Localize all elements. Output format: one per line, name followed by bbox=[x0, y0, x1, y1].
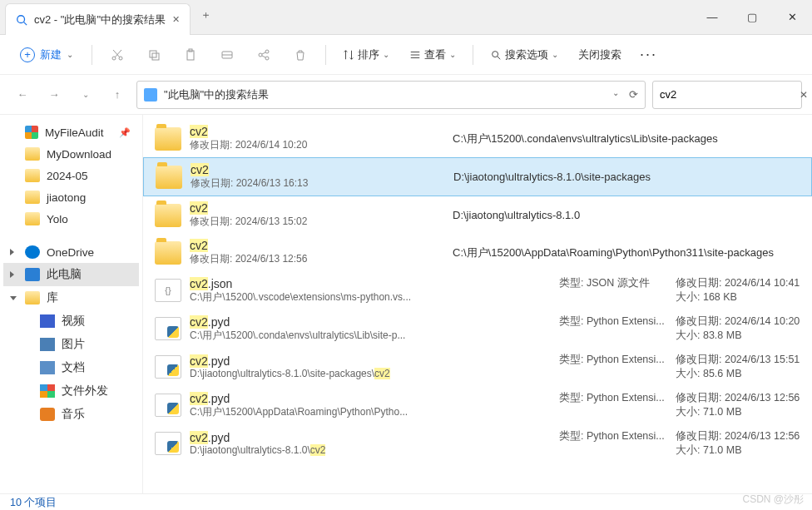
sidebar-item-music[interactable]: 音乐 bbox=[3, 403, 139, 426]
sidebar-item-thispc[interactable]: 此电脑 bbox=[3, 263, 139, 286]
result-name: cv2 bbox=[191, 163, 440, 176]
navbar: ← → ⌄ ↑ "此电脑"中的搜索结果 ⌄ ⟳ ✕ bbox=[0, 75, 812, 115]
chevron-down-icon: ⌄ bbox=[383, 50, 389, 59]
toolbar: + 新建 ⌄ 排序 ⌄ 查看 ⌄ 搜索选项 ⌄ 关闭搜索 ··· bbox=[0, 35, 812, 75]
sidebar-item-doc[interactable]: 文档 bbox=[3, 356, 139, 379]
cut-button[interactable] bbox=[101, 38, 134, 72]
svg-point-0 bbox=[17, 15, 25, 22]
ext-icon bbox=[40, 384, 55, 398]
forward-button[interactable]: → bbox=[42, 82, 67, 107]
search-icon bbox=[16, 14, 27, 26]
result-row[interactable]: cv2修改日期: 2024/6/14 10:20C:\用户\15200\.con… bbox=[143, 120, 812, 157]
result-subtext: 修改日期: 2024/6/14 10:20 bbox=[190, 138, 439, 152]
sort-icon bbox=[343, 49, 354, 61]
folder-icon bbox=[155, 241, 181, 265]
close-search-button[interactable]: 关闭搜索 bbox=[570, 42, 630, 67]
folder-icon bbox=[25, 147, 40, 161]
new-button[interactable]: + 新建 ⌄ bbox=[10, 42, 83, 67]
sidebar-item-onedrive[interactable]: OneDrive bbox=[3, 241, 139, 263]
result-main: cv2.pydC:\用户\15200\.conda\envs\ultralyti… bbox=[190, 315, 439, 343]
python-file-icon bbox=[155, 317, 181, 340]
result-meta: 类型: Python Extensi...修改日期: 2024/6/13 15:… bbox=[559, 353, 800, 381]
music-icon bbox=[40, 408, 55, 421]
python-file-icon bbox=[155, 432, 181, 455]
result-row[interactable]: cv2.pydC:\用户\15200\AppData\Roaming\Pytho… bbox=[143, 386, 812, 424]
result-row[interactable]: cv2修改日期: 2024/6/13 12:56C:\用户\15200\AppD… bbox=[143, 234, 812, 271]
close-icon[interactable]: ✕ bbox=[172, 14, 180, 25]
share-button[interactable] bbox=[247, 38, 280, 72]
result-main: cv2修改日期: 2024/6/13 12:56 bbox=[190, 239, 439, 266]
result-name: cv2 bbox=[190, 125, 439, 138]
close-button[interactable]: ✕ bbox=[772, 0, 812, 33]
result-stats: 修改日期: 2024/6/14 10:41大小: 168 KB bbox=[676, 276, 800, 305]
result-row[interactable]: cv2.jsonC:\用户\15200\.vscode\extensions\m… bbox=[143, 271, 812, 309]
refresh-button[interactable]: ⟳ bbox=[629, 88, 638, 101]
search-box[interactable]: ✕ bbox=[652, 81, 802, 109]
chevron-down-icon[interactable]: ⌄ bbox=[612, 88, 619, 101]
sidebar-item-image[interactable]: 图片 bbox=[3, 333, 139, 356]
result-path: C:\用户\15200\.conda\envs\ultralytics\Lib\… bbox=[448, 131, 800, 146]
up-button[interactable]: ↑ bbox=[105, 82, 130, 107]
sidebar-item-download[interactable]: MyDownload bbox=[3, 143, 139, 165]
result-row[interactable]: cv2.pydC:\用户\15200\.conda\envs\ultralyti… bbox=[143, 309, 812, 348]
audit-icon bbox=[25, 126, 38, 139]
folder-icon bbox=[25, 191, 40, 204]
result-name: cv2.pyd bbox=[190, 354, 439, 368]
svg-line-1 bbox=[24, 22, 27, 25]
new-tab-button[interactable]: ＋ bbox=[191, 0, 220, 30]
tab-active[interactable]: cv2 - "此电脑"中的搜索结果 ✕ bbox=[5, 3, 191, 35]
result-row[interactable]: cv2.pydD:\jiaotong\ultralytics-8.1.0\sit… bbox=[143, 348, 812, 386]
result-meta: 类型: Python Extensi...修改日期: 2024/6/13 12:… bbox=[559, 429, 800, 458]
clear-icon[interactable]: ✕ bbox=[800, 89, 808, 101]
svg-rect-6 bbox=[187, 51, 194, 60]
separator bbox=[92, 45, 92, 65]
result-name: cv2 bbox=[190, 201, 439, 215]
rename-button[interactable] bbox=[210, 38, 244, 72]
result-stats: 修改日期: 2024/6/14 10:20大小: 83.8 MB bbox=[676, 314, 800, 343]
item-count: 10 个项目 bbox=[10, 496, 57, 510]
svg-point-12 bbox=[265, 57, 269, 60]
search-options-button[interactable]: 搜索选项 ⌄ bbox=[482, 42, 567, 67]
result-subtext: C:\用户\15200\AppData\Roaming\Python\Pytho… bbox=[190, 405, 439, 419]
pc-icon bbox=[25, 268, 40, 281]
sidebar-item-fileext[interactable]: 文件外发 bbox=[3, 379, 139, 403]
minimize-button[interactable]: ― bbox=[692, 0, 732, 33]
result-name: cv2.json bbox=[190, 277, 439, 290]
result-type: 类型: Python Extensi... bbox=[559, 391, 676, 419]
results-list: cv2修改日期: 2024/6/14 10:20C:\用户\15200\.con… bbox=[143, 115, 812, 493]
result-row[interactable]: cv2.pydD:\jiaotong\ultralytics-8.1.0\cv2… bbox=[143, 424, 812, 463]
chevron-down-icon: ⌄ bbox=[67, 50, 73, 59]
svg-point-13 bbox=[493, 51, 498, 57]
more-button[interactable]: ··· bbox=[633, 46, 664, 63]
json-file-icon bbox=[155, 279, 181, 302]
view-button[interactable]: 查看 ⌄ bbox=[401, 42, 464, 67]
result-stats: 修改日期: 2024/6/13 12:56大小: 71.0 MB bbox=[676, 391, 800, 419]
paste-button[interactable] bbox=[174, 38, 207, 72]
sidebar-item-video[interactable]: 视频 bbox=[3, 309, 139, 333]
sidebar-item-lib[interactable]: 库 bbox=[3, 286, 139, 309]
sidebar-item-yolo[interactable]: Yolo bbox=[3, 208, 139, 230]
result-subtext: C:\用户\15200\.conda\envs\ultralytics\Lib\… bbox=[190, 329, 439, 343]
folder-icon bbox=[156, 166, 182, 189]
sidebar-item-jiaotong[interactable]: jiaotong bbox=[3, 186, 139, 208]
sort-button[interactable]: 排序 ⌄ bbox=[334, 42, 398, 67]
result-row[interactable]: cv2修改日期: 2024/6/13 15:02D:\jiaotong\ultr… bbox=[143, 196, 812, 234]
pin-icon: 📌 bbox=[119, 127, 131, 138]
window-controls: ― ▢ ✕ bbox=[692, 0, 812, 33]
sidebar-item-month[interactable]: 2024-05 bbox=[3, 165, 139, 186]
back-button[interactable]: ← bbox=[10, 82, 35, 107]
search-input[interactable] bbox=[660, 88, 800, 101]
result-subtext: D:\jiaotong\ultralytics-8.1.0\cv2 bbox=[190, 444, 439, 456]
maximize-button[interactable]: ▢ bbox=[732, 0, 772, 33]
copy-button[interactable] bbox=[137, 38, 171, 72]
chevron-down-icon[interactable]: ⌄ bbox=[73, 82, 98, 107]
sidebar-item-audit[interactable]: MyFileAudit📌 bbox=[3, 121, 139, 143]
result-path: C:\用户\15200\AppData\Roaming\Python\Pytho… bbox=[448, 245, 800, 260]
content-area: MyFileAudit📌 MyDownload 2024-05 jiaotong… bbox=[0, 115, 812, 493]
result-row[interactable]: cv2修改日期: 2024/6/13 16:13D:\jiaotong\ultr… bbox=[143, 157, 812, 196]
result-meta: 类型: Python Extensi...修改日期: 2024/6/14 10:… bbox=[559, 314, 800, 343]
address-bar[interactable]: "此电脑"中的搜索结果 ⌄ ⟳ bbox=[136, 81, 646, 109]
sidebar: MyFileAudit📌 MyDownload 2024-05 jiaotong… bbox=[0, 115, 143, 493]
video-icon bbox=[40, 314, 55, 328]
delete-button[interactable] bbox=[284, 38, 317, 72]
